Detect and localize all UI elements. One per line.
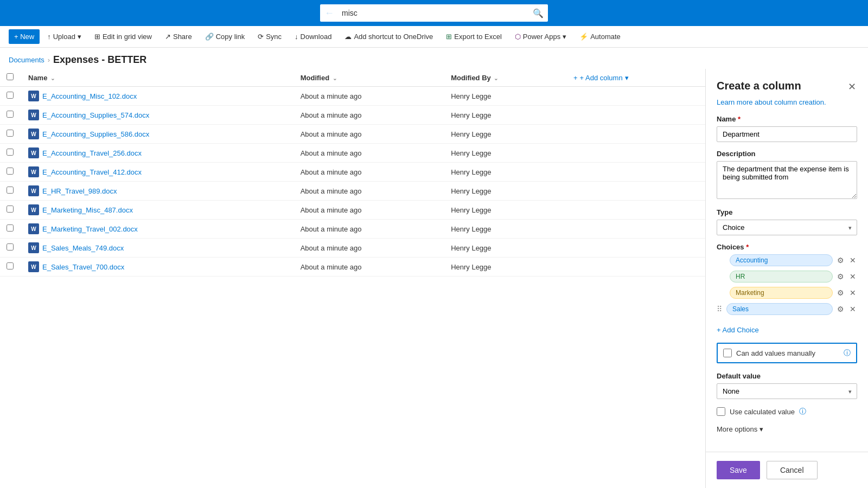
choice-remove-button[interactable]: ✕ [848, 287, 857, 298]
automate-button[interactable]: ⚡ Automate [574, 29, 626, 44]
file-name-link[interactable]: E_Accounting_Supplies_586.docx [42, 130, 149, 138]
row-checkbox-cell[interactable] [0, 163, 22, 182]
file-type-icon: W [28, 166, 39, 177]
row-extra-cell [567, 201, 705, 220]
name-col-header[interactable]: Name ⌄ [22, 69, 294, 87]
table-row: W E_Marketing_Travel_002.docx About a mi… [0, 220, 705, 239]
share-icon: ↗ [165, 33, 171, 41]
file-name-link[interactable]: E_Accounting_Supplies_574.docx [42, 111, 149, 119]
row-checkbox-cell[interactable] [0, 201, 22, 220]
row-extra-cell [567, 125, 705, 144]
modified-col-header[interactable]: Modified ⌄ [294, 69, 444, 87]
add-choice-label: + Add Choice [717, 326, 759, 334]
file-table: Name ⌄ Modified ⌄ Modified By ⌄ + [0, 69, 705, 277]
use-calc-info-icon[interactable]: ⓘ [799, 407, 806, 416]
export-excel-button[interactable]: ⊞ Export to Excel [441, 29, 507, 44]
row-checkbox-cell[interactable] [0, 182, 22, 201]
type-select-wrapper: Choice [717, 220, 857, 235]
add-column-button[interactable]: + + Add column [573, 74, 629, 82]
choice-settings-button[interactable]: ⚙ [836, 255, 845, 266]
edit-grid-button[interactable]: ⊞ Edit in grid view [89, 29, 157, 44]
choice-settings-button[interactable]: ⚙ [836, 287, 845, 298]
file-type-icon: W [28, 110, 39, 120]
file-list: Name ⌄ Modified ⌄ Modified By ⌄ + [0, 69, 705, 488]
choice-settings-button[interactable]: ⚙ [836, 271, 845, 282]
row-checkbox[interactable] [7, 243, 14, 251]
search-icon[interactable]: 🔍 [533, 8, 544, 18]
row-modified-cell: About a minute ago [294, 87, 444, 106]
row-modified-cell: About a minute ago [294, 239, 444, 258]
new-button[interactable]: + New [9, 29, 40, 44]
row-checkbox[interactable] [7, 130, 14, 137]
panel-learn-more[interactable]: Learn more about column creation. [706, 98, 868, 115]
row-checkbox-cell[interactable] [0, 144, 22, 163]
row-checkbox-cell[interactable] [0, 106, 22, 125]
row-checkbox[interactable] [7, 262, 14, 269]
search-input[interactable] [342, 9, 529, 17]
type-select[interactable]: Choice [717, 220, 857, 235]
row-modified-by-cell: Henry Legge [444, 87, 567, 106]
drag-handle[interactable]: ⠿ [717, 305, 722, 313]
back-button[interactable]: ← [324, 8, 334, 19]
file-name-link[interactable]: E_HR_Travel_989.docx [42, 187, 117, 195]
breadcrumb: Documents › Expenses - BETTER [0, 48, 868, 69]
row-name-cell: W E_HR_Travel_989.docx [22, 182, 294, 201]
select-all-checkbox[interactable] [7, 73, 14, 80]
description-textarea[interactable]: The department that the expense item is … [717, 161, 857, 199]
can-add-manually-info-icon[interactable]: ⓘ [844, 348, 851, 358]
file-name-link[interactable]: E_Sales_Travel_700.docx [42, 263, 124, 271]
sync-button[interactable]: ⟳ Sync [252, 29, 287, 44]
save-button[interactable]: Save [717, 461, 760, 479]
row-modified-by-cell: Henry Legge [444, 163, 567, 182]
power-apps-button[interactable]: ⬡ Power Apps [509, 29, 572, 44]
row-checkbox-cell[interactable] [0, 125, 22, 144]
row-checkbox[interactable] [7, 92, 14, 99]
upload-label: Upload [53, 33, 75, 41]
panel-footer: Save Cancel [706, 452, 868, 488]
table-row: W E_Marketing_Misc_487.docx About a minu… [0, 201, 705, 220]
choice-remove-button[interactable]: ✕ [848, 304, 857, 314]
add-choice-button[interactable]: + Add Choice [717, 324, 857, 336]
share-button[interactable]: ↗ Share [159, 29, 197, 44]
file-name-link[interactable]: E_Marketing_Misc_487.docx [42, 206, 133, 214]
cancel-button[interactable]: Cancel [767, 461, 818, 479]
row-checkbox[interactable] [7, 224, 14, 232]
row-modified-by-cell: Henry Legge [444, 239, 567, 258]
row-checkbox[interactable] [7, 168, 14, 175]
breadcrumb-parent[interactable]: Documents [9, 56, 44, 64]
modified-by-col-header[interactable]: Modified By ⌄ [444, 69, 567, 87]
table-row: W E_HR_Travel_989.docx About a minute ag… [0, 182, 705, 201]
panel-close-button[interactable]: ✕ [847, 80, 857, 94]
row-checkbox[interactable] [7, 111, 14, 118]
row-checkbox-cell[interactable] [0, 239, 22, 258]
row-checkbox[interactable] [7, 206, 14, 213]
row-checkbox[interactable] [7, 149, 14, 156]
can-add-manually-checkbox[interactable] [723, 349, 732, 357]
default-value-select[interactable]: None [717, 383, 857, 399]
use-calc-checkbox[interactable] [717, 407, 725, 416]
add-shortcut-button[interactable]: ☁ Add shortcut to OneDrive [339, 29, 438, 44]
search-box[interactable]: ← 🔍 [320, 4, 548, 22]
copy-link-button[interactable]: 🔗 Copy link [200, 29, 250, 44]
create-column-panel: Create a column ✕ Learn more about colum… [705, 69, 868, 488]
file-name-link[interactable]: E_Marketing_Travel_002.docx [42, 225, 138, 233]
choice-remove-button[interactable]: ✕ [848, 255, 857, 266]
choices-section: Choices Accounting ⚙ ✕ HR ⚙ ✕ Marketing … [706, 243, 868, 324]
name-input[interactable] [717, 126, 857, 142]
choice-remove-button[interactable]: ✕ [848, 271, 857, 282]
download-icon: ↓ [295, 33, 298, 41]
file-name-link[interactable]: E_Accounting_Travel_256.docx [42, 149, 142, 157]
row-modified-cell: About a minute ago [294, 201, 444, 220]
row-checkbox[interactable] [7, 187, 14, 194]
row-checkbox-cell[interactable] [0, 87, 22, 106]
download-button[interactable]: ↓ Download [289, 29, 337, 44]
choice-settings-button[interactable]: ⚙ [836, 304, 845, 314]
file-name-link[interactable]: E_Accounting_Misc_102.docx [42, 92, 137, 100]
file-name-link[interactable]: E_Sales_Meals_749.docx [42, 244, 124, 252]
upload-button[interactable]: ↑ Upload [42, 29, 87, 44]
more-options-button[interactable]: More options [706, 425, 868, 442]
row-checkbox-cell[interactable] [0, 220, 22, 239]
add-col-header[interactable]: + + Add column [567, 69, 705, 87]
row-checkbox-cell[interactable] [0, 258, 22, 277]
file-name-link[interactable]: E_Accounting_Travel_412.docx [42, 168, 142, 176]
